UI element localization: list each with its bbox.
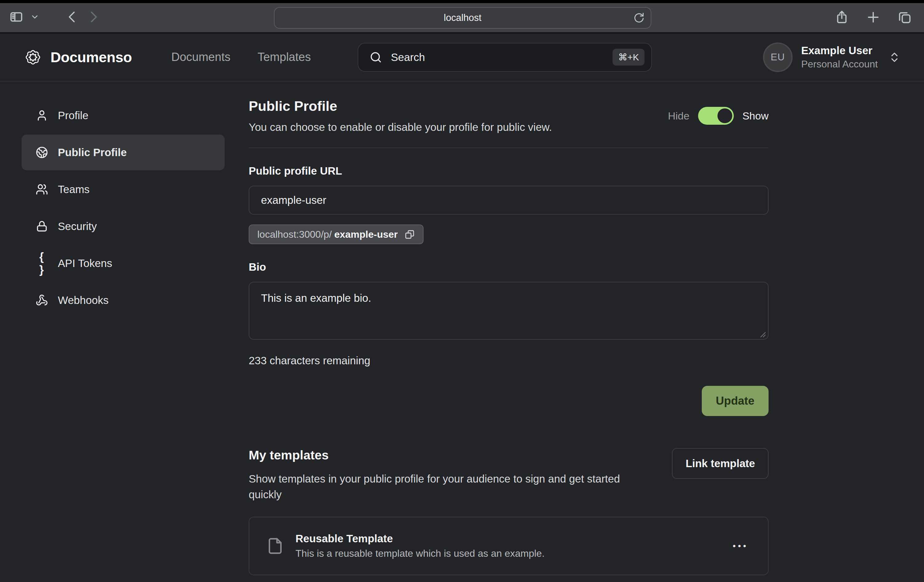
sidebar-item-security[interactable]: Security bbox=[21, 208, 225, 244]
reload-icon[interactable] bbox=[634, 12, 645, 23]
sidebar-item-label: Public Profile bbox=[58, 146, 127, 159]
sidebar-item-public-profile[interactable]: Public Profile bbox=[21, 135, 225, 170]
visibility-toggle-group: Hide Show bbox=[668, 107, 769, 125]
user-icon bbox=[36, 109, 48, 122]
file-icon bbox=[267, 536, 284, 556]
bio-label: Bio bbox=[249, 261, 769, 273]
profile-url-label: Public profile URL bbox=[249, 165, 769, 177]
sidebar-item-label: Profile bbox=[58, 109, 88, 122]
brand[interactable]: Documenso bbox=[23, 48, 132, 67]
visibility-toggle[interactable] bbox=[698, 107, 734, 125]
bio-textarea[interactable]: This is an example bio. bbox=[249, 282, 769, 340]
update-button[interactable]: Update bbox=[702, 386, 769, 416]
user-account-type: Personal Account bbox=[801, 58, 878, 70]
top-nav: Documents Templates bbox=[172, 51, 311, 64]
user-name: Example User bbox=[801, 45, 878, 57]
template-options-icon[interactable]: ••• bbox=[733, 541, 748, 551]
toggle-knob bbox=[718, 108, 732, 123]
template-card[interactable]: Reusable Template This is a reusable tem… bbox=[249, 517, 769, 575]
copy-icon[interactable] bbox=[404, 229, 415, 240]
documenso-logo-icon bbox=[23, 48, 43, 67]
sidebar-item-label: Teams bbox=[58, 183, 89, 195]
sidebar-dropdown-chevron-icon[interactable] bbox=[30, 12, 40, 23]
sidebar-item-label: API Tokens bbox=[58, 257, 112, 270]
app-header: Documenso Documents Templates ⌘+K EU Exa… bbox=[0, 33, 924, 82]
lock-icon bbox=[36, 220, 48, 233]
chevrons-up-down-icon bbox=[888, 51, 901, 63]
sidebar-item-teams[interactable]: Teams bbox=[21, 172, 225, 207]
user-meta: Example User Personal Account bbox=[801, 45, 878, 70]
sidebar-toggle-icon[interactable] bbox=[9, 10, 23, 25]
screen: localhost Docume bbox=[0, 0, 924, 582]
link-template-button[interactable]: Link template bbox=[672, 448, 769, 479]
webhook-icon bbox=[36, 294, 48, 306]
tab-overview-icon[interactable] bbox=[898, 10, 912, 26]
sidebar-item-webhooks[interactable]: Webhooks bbox=[21, 283, 225, 318]
user-menu[interactable]: EU Example User Personal Account bbox=[763, 43, 901, 72]
resize-grip-icon[interactable] bbox=[759, 331, 766, 338]
search-icon bbox=[370, 51, 382, 64]
avatar: EU bbox=[763, 43, 792, 72]
users-icon bbox=[36, 183, 48, 195]
template-card-title: Reusable Template bbox=[295, 532, 544, 545]
template-card-description: This is a reusable template which is use… bbox=[295, 548, 544, 559]
profile-link-slug: example-user bbox=[334, 229, 398, 240]
address-bar-url: localhost bbox=[444, 12, 482, 23]
nav-templates[interactable]: Templates bbox=[257, 51, 311, 64]
browser-toolbar: localhost bbox=[0, 3, 924, 33]
sidebar-item-api-tokens[interactable]: { } API Tokens bbox=[21, 245, 225, 281]
my-templates-description: Show templates in your public profile fo… bbox=[249, 471, 649, 503]
profile-link-prefix: localhost:3000/p/ bbox=[257, 229, 332, 240]
avatar-initials: EU bbox=[771, 51, 785, 63]
my-templates-title: My templates bbox=[249, 448, 649, 463]
brand-name: Documenso bbox=[51, 49, 132, 66]
forward-icon[interactable] bbox=[86, 10, 100, 25]
new-tab-icon[interactable] bbox=[866, 10, 880, 26]
nav-documents[interactable]: Documents bbox=[172, 51, 231, 64]
sidebar-item-label: Security bbox=[58, 220, 97, 233]
public-profile-settings: Public Profile You can choose to enable … bbox=[249, 82, 769, 575]
page-subtitle: You can choose to enable or disable your… bbox=[249, 121, 552, 133]
share-icon[interactable] bbox=[835, 10, 849, 26]
toggle-hide-label: Hide bbox=[668, 110, 690, 122]
chars-remaining: 233 characters remaining bbox=[249, 354, 769, 367]
search-input[interactable] bbox=[391, 51, 612, 63]
profile-link-pill[interactable]: localhost:3000/p/ example-user bbox=[249, 225, 424, 244]
profile-url-input[interactable] bbox=[249, 186, 769, 215]
braces-icon: { } bbox=[36, 250, 48, 276]
search-shortcut-badge: ⌘+K bbox=[612, 49, 645, 66]
address-bar[interactable]: localhost bbox=[274, 7, 651, 29]
sidebar-item-label: Webhooks bbox=[58, 294, 109, 306]
sidebar-item-profile[interactable]: Profile bbox=[21, 98, 225, 133]
search-bar[interactable]: ⌘+K bbox=[358, 43, 652, 72]
page-title: Public Profile bbox=[249, 98, 552, 114]
back-icon[interactable] bbox=[65, 10, 79, 25]
app-window: Documenso Documents Templates ⌘+K EU Exa… bbox=[0, 33, 924, 582]
settings-sidebar: Profile Public Profile Teams Security { … bbox=[0, 82, 225, 575]
toggle-show-label: Show bbox=[742, 110, 769, 122]
divider bbox=[249, 147, 769, 148]
globe-icon bbox=[36, 146, 48, 159]
